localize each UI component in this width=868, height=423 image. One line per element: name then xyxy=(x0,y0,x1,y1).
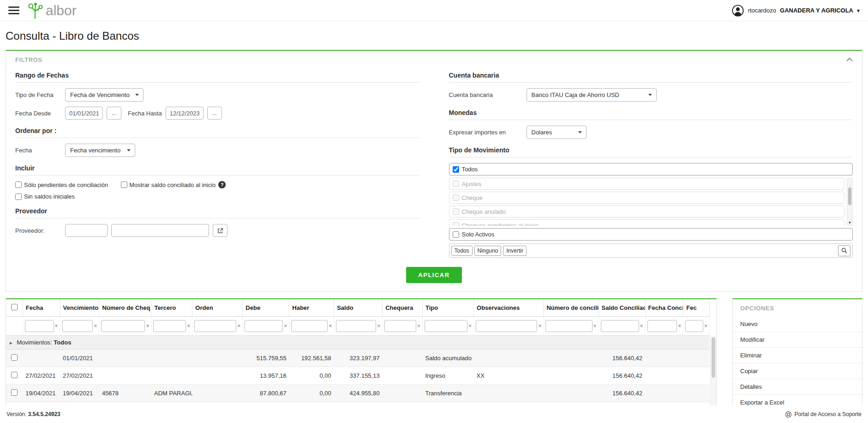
solo-activos-row[interactable]: Solo Activos xyxy=(449,228,853,241)
table-row[interactable]: 19/04/202119/04/202145678ADM PARAGUA87.8… xyxy=(6,385,710,402)
filter-clear-icon[interactable]: × xyxy=(417,323,420,329)
row-checkbox[interactable] xyxy=(11,354,18,361)
column-header-7[interactable]: Saldo xyxy=(334,299,383,317)
column-header-9[interactable]: Tipo xyxy=(423,299,474,317)
filter-clear-icon[interactable]: × xyxy=(640,323,643,329)
option-item-nuevo[interactable]: Nuevo xyxy=(733,316,862,332)
filter-clear-icon[interactable]: × xyxy=(284,323,287,329)
scrollbar-down-arrow-icon[interactable]: ▼ xyxy=(847,221,852,225)
filter-input-12[interactable] xyxy=(601,320,639,332)
proveedor-name-input[interactable] xyxy=(111,224,209,237)
select-todos-button[interactable]: Todos xyxy=(451,246,473,256)
column-header-10[interactable]: Observaciones xyxy=(474,299,544,317)
fecha-desde-input[interactable] xyxy=(65,107,103,120)
movement-type-checkbox[interactable] xyxy=(453,194,459,201)
column-header-1[interactable]: Vencimiento xyxy=(60,299,99,317)
table-scrollbar-thumb[interactable] xyxy=(712,337,715,378)
select-all-checkbox[interactable] xyxy=(11,304,18,310)
help-icon[interactable]: ? xyxy=(218,181,226,188)
filter-clear-icon[interactable]: × xyxy=(377,323,380,329)
fecha-hasta-input[interactable] xyxy=(166,107,204,120)
solo-pendientes-checkbox[interactable] xyxy=(15,181,22,188)
movement-type-checkbox[interactable] xyxy=(453,181,459,187)
table-row[interactable]: 01/01/2021515.759,55192.561,58323.197,97… xyxy=(6,350,710,367)
filter-clear-icon[interactable]: × xyxy=(704,323,707,329)
column-header-3[interactable]: Tercero xyxy=(151,299,192,317)
filter-clear-icon[interactable]: × xyxy=(146,323,149,329)
row-checkbox[interactable] xyxy=(11,372,18,378)
filter-clear-icon[interactable]: × xyxy=(468,323,472,329)
filter-input-10[interactable] xyxy=(476,320,537,332)
group-caret-icon[interactable]: ▸ xyxy=(10,340,12,345)
filter-clear-icon[interactable]: × xyxy=(329,323,332,329)
tipo-fecha-select[interactable]: Fecha de Vencimiento xyxy=(65,88,144,102)
movement-type-todos[interactable]: Todos xyxy=(449,163,853,175)
cuenta-bancaria-select[interactable]: Banco ITAU Caja de Ahorro USD xyxy=(527,88,657,102)
filter-clear-icon[interactable]: × xyxy=(678,323,681,329)
table-group-row[interactable]: ▸ Movimientos: Todos xyxy=(6,336,710,350)
apply-button[interactable]: APLICAR xyxy=(406,267,461,283)
proveedor-lookup-button[interactable] xyxy=(213,224,227,237)
filter-input-4[interactable] xyxy=(194,320,236,332)
filter-clear-icon[interactable]: × xyxy=(55,323,58,329)
filter-clear-icon[interactable]: × xyxy=(593,323,597,329)
mostrar-saldo-checkbox[interactable] xyxy=(121,181,127,188)
movement-type-option[interactable]: Ajustes xyxy=(449,178,845,190)
sin-saldos-checkbox-label[interactable]: Sin saldos iniciales xyxy=(15,193,75,200)
filter-input-6[interactable] xyxy=(291,320,328,332)
fecha-desde-calendar-button[interactable]: ... xyxy=(107,107,121,120)
filter-input-11[interactable] xyxy=(545,320,592,332)
filter-input-8[interactable] xyxy=(384,320,416,332)
support-link[interactable]: Portal de Acceso a Soporte xyxy=(785,411,862,418)
column-header-12[interactable]: Saldo Conciliació xyxy=(599,299,645,317)
filter-input-14[interactable] xyxy=(685,320,703,332)
filter-input-5[interactable] xyxy=(245,320,283,332)
column-header-4[interactable]: Orden xyxy=(192,299,243,317)
sin-saldos-checkbox[interactable] xyxy=(15,193,22,200)
column-header-11[interactable]: Número de conciliaci xyxy=(544,299,599,317)
column-header-2[interactable]: Número de Cheq xyxy=(99,299,151,317)
option-item-eliminar[interactable]: Eliminar xyxy=(733,348,862,363)
user-menu[interactable]: rtocardozo GANADERA Y AGRICOLA ▾ xyxy=(731,4,860,17)
column-header-0[interactable]: Fecha xyxy=(23,299,60,317)
collapse-filters-icon[interactable] xyxy=(846,57,853,61)
albor-logo[interactable]: albor xyxy=(28,1,77,20)
column-header-13[interactable]: Fecha Concil xyxy=(645,299,683,317)
filter-clear-icon[interactable]: × xyxy=(94,323,97,329)
select-ninguno-button[interactable]: Ninguno xyxy=(474,246,502,256)
movement-type-todos-checkbox[interactable] xyxy=(453,166,459,173)
filter-input-0[interactable] xyxy=(25,320,54,332)
filter-input-1[interactable] xyxy=(62,320,93,332)
column-header-5[interactable]: Debe xyxy=(243,299,289,317)
movement-list-scrollbar-thumb[interactable] xyxy=(848,187,851,205)
mostrar-saldo-checkbox-label[interactable]: Mostrar saldo conciliado al inicio ? xyxy=(121,181,226,188)
filter-clear-icon[interactable]: × xyxy=(237,323,240,329)
option-item-modificar[interactable]: Modificar xyxy=(733,332,862,348)
fecha-hasta-calendar-button[interactable]: ... xyxy=(207,107,222,120)
movement-type-checkbox[interactable] xyxy=(453,222,459,226)
column-header-14[interactable]: Fec xyxy=(683,299,710,317)
filter-input-13[interactable] xyxy=(647,320,677,332)
option-item-copiar[interactable]: Copiar xyxy=(733,363,862,379)
filter-input-9[interactable] xyxy=(425,320,467,332)
row-checkbox[interactable] xyxy=(11,389,18,396)
filter-clear-icon[interactable]: × xyxy=(187,323,190,329)
movement-type-checkbox[interactable] xyxy=(453,208,459,215)
option-item-detalles[interactable]: Detalles xyxy=(733,379,862,395)
select-invertir-button[interactable]: Invertir xyxy=(503,246,527,256)
movement-list-scrollbar[interactable]: ▼ xyxy=(847,178,853,226)
ordenar-fecha-select[interactable]: Fecha vencimiento xyxy=(65,144,135,157)
filter-input-7[interactable] xyxy=(336,320,376,332)
solo-activos-checkbox[interactable] xyxy=(453,231,459,238)
menu-icon[interactable] xyxy=(8,5,19,16)
proveedor-code-input[interactable] xyxy=(65,224,108,237)
column-header-8[interactable]: Chequera xyxy=(383,299,423,317)
movement-type-option[interactable]: Cheque xyxy=(449,192,845,204)
movement-search-button[interactable] xyxy=(838,245,850,256)
table-row[interactable]: 27/02/202127/02/202113.957,160,00337.155… xyxy=(6,367,710,385)
column-header-6[interactable]: Haber xyxy=(289,299,334,317)
filter-input-2[interactable] xyxy=(101,320,145,332)
moneda-select[interactable]: Dolares xyxy=(527,126,587,139)
movement-type-option[interactable]: Cheques pendientes al inicio xyxy=(449,219,845,226)
filter-input-3[interactable] xyxy=(153,320,186,332)
